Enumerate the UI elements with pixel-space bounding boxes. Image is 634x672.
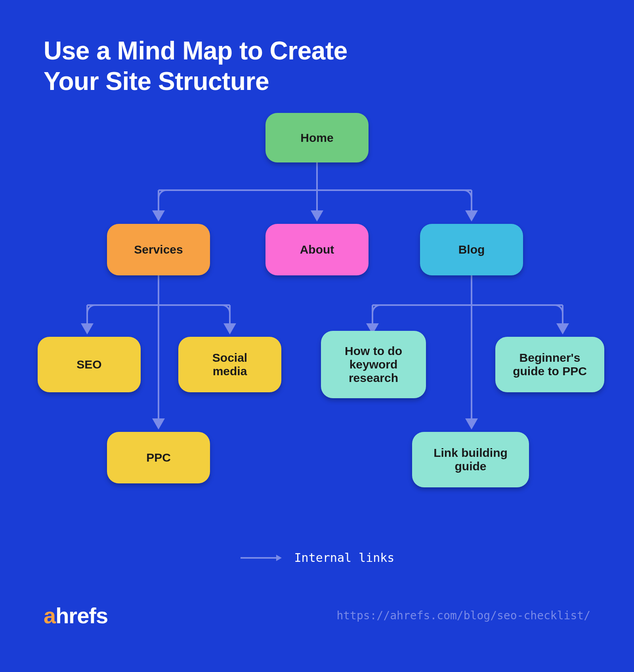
node-about: About [265,224,369,275]
legend: Internal links [0,551,634,565]
node-how-keyword-research: How to dokeywordresearch [321,331,426,398]
node-beginners-guide-ppc: Beginner'sguide to PPC [495,337,604,392]
node-blog: Blog [420,224,523,275]
footer: ahrefs https://ahrefs.com/blog/seo-check… [44,603,590,628]
node-seo: SEO [38,337,141,392]
arrow-icon [240,553,283,563]
legend-label: Internal links [294,551,395,565]
logo-accent: a [44,603,55,628]
source-url: https://ahrefs.com/blog/seo-checklist/ [336,609,590,622]
node-home: Home [265,113,369,162]
logo-text: hrefs [55,603,108,628]
ahrefs-logo: ahrefs [44,603,108,628]
node-social-media: Socialmedia [178,337,281,392]
mind-map-diagram: Home Services About Blog SEO Socialmedia… [44,111,590,527]
node-ppc: PPC [107,432,210,483]
node-services: Services [107,224,210,275]
node-link-building-guide: Link buildingguide [412,432,529,487]
diagram-title: Use a Mind Map to CreateYour Site Struct… [44,36,348,97]
